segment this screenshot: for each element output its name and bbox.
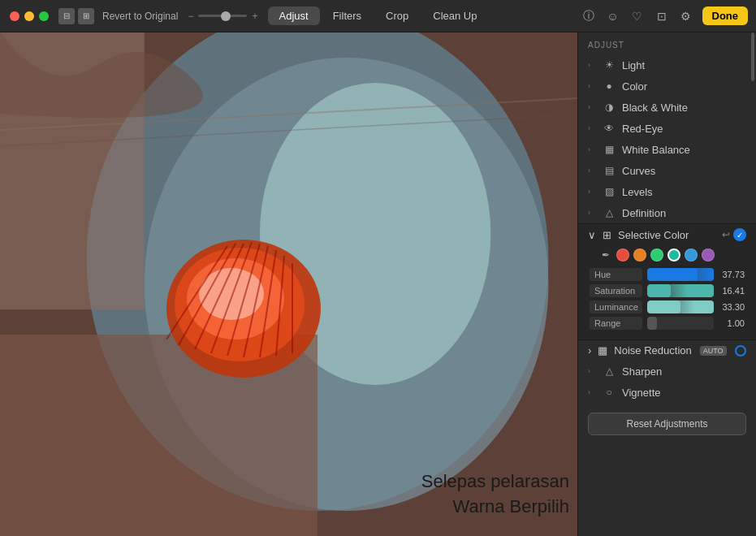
right-panel: ADJUST › ☀ Light › ● Color › ◑ Black & W… — [577, 32, 756, 536]
view-icon-1[interactable]: ⊟ — [58, 8, 75, 24]
adjust-item-curves[interactable]: › ▤ Curves — [578, 160, 756, 181]
range-slider[interactable] — [647, 317, 714, 330]
saturation-slider[interactable] — [647, 284, 714, 297]
sc-icon: ⊞ — [603, 229, 611, 241]
tools-icon[interactable]: ⚙ — [678, 8, 694, 24]
view-icon-2[interactable]: ⊞ — [78, 8, 94, 24]
image-area — [0, 32, 577, 536]
tab-crop[interactable]: Crop — [374, 6, 420, 25]
adjust-item-definition[interactable]: › △ Definition — [578, 202, 756, 223]
close-button[interactable] — [10, 11, 19, 21]
adjust-item-red-eye[interactable]: › 👁 Red-Eye — [578, 118, 756, 139]
tab-filters[interactable]: Filters — [322, 6, 373, 25]
eyedropper-icon[interactable]: ✒ — [599, 249, 612, 262]
sc-check-icon[interactable]: ✓ — [733, 228, 746, 241]
info-icon[interactable]: ⓘ — [581, 8, 597, 24]
range-label: Range — [590, 317, 642, 330]
definition-label: Definition — [622, 207, 746, 219]
adjust-item-sharpen[interactable]: › △ Sharpen — [578, 361, 756, 382]
vignette-label: Vignette — [622, 387, 746, 399]
color-icon: ● — [603, 80, 616, 93]
selective-color-header[interactable]: ∨ ⊞ Selective Color ↩ ✓ — [578, 224, 756, 245]
chevron-levels-icon: › — [588, 188, 596, 196]
caption-line1: Selepas pelarasan — [421, 469, 569, 495]
zoom-plus-icon: + — [252, 11, 257, 22]
caption-line2: Warna Berpilih — [421, 495, 569, 520]
wb-icon: ▦ — [603, 143, 616, 156]
chevron-color-icon: › — [588, 82, 596, 90]
titlebar: ⊟ ⊞ Revert to Original − + Adjust Filter… — [0, 0, 756, 32]
saturation-label: Saturation — [590, 284, 642, 297]
levels-icon: ▨ — [603, 185, 616, 198]
swatch-blue[interactable] — [685, 249, 698, 262]
wb-label: White Balance — [622, 144, 746, 156]
view-icons: ⊟ ⊞ — [58, 8, 94, 24]
adjust-item-light[interactable]: › ☀ Light — [578, 54, 756, 76]
scrollbar-indicator[interactable] — [751, 32, 754, 81]
revert-to-original-button[interactable]: Revert to Original — [102, 11, 178, 22]
saturation-fill — [647, 284, 671, 297]
bw-label: Black & White — [622, 102, 746, 114]
sharpen-icon: △ — [603, 365, 616, 378]
chevron-vignette-icon: › — [588, 388, 596, 396]
light-icon: ☀ — [603, 58, 616, 71]
zoom-track[interactable] — [198, 15, 247, 17]
adjust-item-levels[interactable]: › ▨ Levels — [578, 181, 756, 202]
minimize-button[interactable] — [24, 11, 34, 21]
selective-color-section: ∨ ⊞ Selective Color ↩ ✓ ✒ Hue — [578, 223, 756, 340]
reset-adjustments-button[interactable]: Reset Adjustments — [588, 413, 746, 435]
chevron-curves-icon: › — [588, 166, 596, 175]
adjust-item-white-balance[interactable]: › ▦ White Balance — [578, 139, 756, 160]
nr-toggle-icon[interactable] — [735, 345, 746, 357]
luminance-value: 33.30 — [719, 302, 745, 312]
sliders-area: Hue 37.73 Saturation 16.41 Luminance — [578, 265, 756, 339]
vignette-icon: ○ — [603, 386, 616, 399]
redeye-icon: 👁 — [603, 122, 616, 135]
sharpen-label: Sharpen — [622, 365, 746, 378]
levels-label: Levels — [622, 186, 746, 198]
zoom-minus-icon: − — [188, 11, 193, 22]
luminance-fill — [647, 300, 680, 313]
swatch-teal[interactable] — [667, 249, 680, 262]
luminance-label: Luminance — [590, 300, 642, 313]
hue-value: 37.73 — [719, 270, 745, 279]
luminance-slider[interactable] — [647, 300, 714, 313]
color-picker-row: ✒ — [578, 245, 756, 265]
hue-fill — [647, 268, 698, 281]
curves-label: Curves — [622, 165, 746, 177]
adjust-item-color[interactable]: › ● Color — [578, 76, 756, 97]
share-icon[interactable]: ⊡ — [654, 8, 670, 24]
fullscreen-button[interactable] — [39, 11, 49, 21]
swatch-red[interactable] — [616, 249, 629, 262]
hue-label: Hue — [590, 268, 642, 281]
done-button[interactable]: Done — [702, 6, 749, 25]
swatch-green[interactable] — [650, 249, 663, 262]
nr-auto-badge: AUTO — [700, 346, 727, 356]
range-value: 1.00 — [719, 318, 745, 328]
chevron-bw-icon: › — [588, 103, 596, 111]
nr-icon: ▦ — [598, 344, 607, 357]
sc-label: Selective Color — [618, 229, 689, 241]
bw-icon: ◑ — [603, 101, 616, 114]
heart-icon[interactable]: ♡ — [629, 8, 646, 24]
hue-slider[interactable] — [647, 268, 714, 281]
tab-adjust[interactable]: Adjust — [268, 6, 320, 25]
nav-tabs: Adjust Filters Crop Clean Up — [268, 6, 489, 25]
tab-cleanup[interactable]: Clean Up — [421, 6, 488, 25]
adjust-item-noise-reduction[interactable]: › ▦ Noise Reduction AUTO — [578, 340, 756, 361]
adjust-item-vignette[interactable]: › ○ Vignette — [578, 382, 756, 403]
swatch-orange[interactable] — [633, 249, 646, 262]
swatch-purple[interactable] — [702, 249, 715, 262]
saturation-slider-row: Saturation 16.41 — [590, 284, 745, 297]
luminance-slider-row: Luminance 33.30 — [590, 300, 745, 313]
caption-area: Selepas pelarasan Warna Berpilih — [421, 469, 569, 520]
light-label: Light — [622, 59, 746, 71]
panel-section-title: ADJUST — [578, 32, 756, 54]
nr-label: Noise Reduction — [614, 344, 691, 357]
adjust-item-black-white[interactable]: › ◑ Black & White — [578, 97, 756, 118]
chevron-definition-icon: › — [588, 209, 596, 217]
sc-action-icons: ↩ ✓ — [722, 228, 746, 241]
emoji-icon[interactable]: ☺ — [605, 8, 621, 24]
zoom-slider[interactable]: − + — [188, 11, 257, 22]
sc-undo-icon[interactable]: ↩ — [722, 229, 730, 240]
